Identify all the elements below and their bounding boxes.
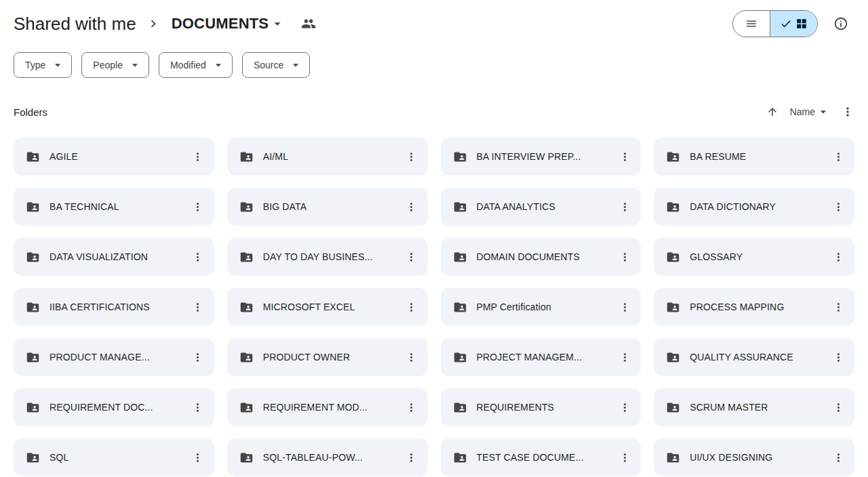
folder-card[interactable]: SQL — [14, 438, 214, 476]
folder-card[interactable]: REQUIREMENTS — [441, 388, 642, 426]
folder-card[interactable]: PMP Certification — [441, 288, 642, 326]
folder-name: TEST CASE DOCUME... — [477, 452, 613, 463]
folder-name: BA RESUME — [690, 151, 826, 162]
more-vert-icon — [618, 451, 631, 464]
sort-controls: Name — [762, 101, 859, 123]
more-vert-icon — [832, 301, 845, 314]
folder-card[interactable]: PRODUCT OWNER — [227, 338, 428, 376]
folder-menu-button[interactable] — [826, 144, 850, 169]
more-vert-icon — [191, 451, 204, 464]
more-vert-icon — [618, 301, 631, 314]
folder-menu-button[interactable] — [186, 144, 210, 169]
folder-card[interactable]: BA TECHNICAL — [14, 188, 214, 226]
shared-folder-icon — [26, 150, 40, 164]
grid-view-button[interactable] — [770, 11, 817, 37]
folders-grid: AGILE AI/ML BA INTERVIEW PREP... BA RESU… — [0, 138, 868, 476]
folder-menu-button[interactable] — [612, 194, 637, 219]
folder-card[interactable]: REQUIREMENT DOC... — [14, 388, 214, 426]
folder-card[interactable]: SQL-TABLEAU-POW... — [227, 438, 428, 476]
folder-menu-button[interactable] — [826, 245, 850, 269]
arrow-up-icon — [766, 106, 778, 118]
list-view-icon — [745, 18, 757, 30]
more-vert-icon — [405, 451, 418, 464]
folder-card[interactable]: AGILE — [14, 138, 214, 175]
folder-card[interactable]: PROCESS MAPPING — [654, 288, 854, 326]
folder-menu-button[interactable] — [186, 445, 210, 470]
shared-folder-icon — [26, 400, 40, 415]
folder-card[interactable]: MICROSOFT EXCEL — [227, 288, 428, 326]
folder-card[interactable]: DATA ANALYTICS — [441, 188, 642, 226]
folder-card[interactable]: PRODUCT MANAGE... — [14, 338, 214, 376]
filter-chip[interactable]: Modified — [159, 52, 233, 78]
current-folder-button[interactable]: DOCUMENTS — [167, 12, 290, 35]
more-vert-icon — [405, 401, 418, 414]
folder-card[interactable]: BA RESUME — [654, 138, 854, 175]
chevron-down-icon — [212, 58, 225, 72]
folder-menu-button[interactable] — [612, 245, 637, 269]
chevron-right-icon — [146, 16, 161, 31]
folder-menu-button[interactable] — [186, 295, 210, 319]
more-vert-icon — [405, 301, 418, 314]
breadcrumb-shared-with-me[interactable]: Shared with me — [14, 12, 139, 36]
more-vert-icon — [191, 401, 204, 414]
folder-card[interactable]: GLOSSARY — [654, 238, 854, 276]
more-vert-icon — [832, 251, 845, 264]
folder-card[interactable]: QUALITY ASSURANCE — [654, 338, 854, 376]
folder-menu-button[interactable] — [826, 194, 850, 219]
shared-folder-icon — [453, 300, 467, 314]
folder-menu-button[interactable] — [826, 345, 850, 369]
folder-menu-button[interactable] — [612, 144, 637, 169]
shared-folder-icon — [26, 250, 40, 264]
current-folder-name: DOCUMENTS — [172, 15, 269, 33]
sort-by-button[interactable]: Name — [789, 102, 831, 121]
folder-card[interactable]: DAY TO DAY BUSINES... — [227, 238, 428, 276]
folder-menu-button[interactable] — [399, 194, 424, 219]
more-options-button[interactable] — [837, 101, 859, 123]
folder-menu-button[interactable] — [399, 445, 424, 470]
folder-menu-button[interactable] — [612, 395, 637, 419]
sort-direction-button[interactable] — [762, 101, 783, 123]
shared-folder-icon — [26, 350, 40, 365]
folder-menu-button[interactable] — [826, 295, 850, 319]
folder-menu-button[interactable] — [612, 445, 637, 470]
info-button[interactable] — [827, 10, 854, 37]
folder-name: AGILE — [50, 151, 186, 162]
more-vert-icon — [191, 351, 204, 364]
folder-card[interactable]: DATA DICTIONARY — [654, 188, 854, 226]
folder-card[interactable]: TEST CASE DOCUME... — [441, 438, 642, 476]
folder-menu-button[interactable] — [399, 144, 424, 169]
folder-card[interactable]: BA INTERVIEW PREP... — [441, 138, 642, 175]
folder-menu-button[interactable] — [186, 395, 210, 419]
shared-folder-icon — [666, 451, 680, 465]
folder-card[interactable]: DATA VISUALIZATION — [14, 238, 214, 276]
folder-card[interactable]: BIG DATA — [227, 188, 428, 226]
folder-menu-button[interactable] — [186, 245, 210, 269]
filter-chip[interactable]: People — [81, 52, 149, 78]
folder-menu-button[interactable] — [399, 245, 424, 269]
folder-card[interactable]: AI/ML — [227, 138, 428, 175]
folder-menu-button[interactable] — [399, 345, 424, 369]
folder-menu-button[interactable] — [186, 345, 210, 369]
folder-card[interactable]: PROJECT MANAGEM... — [441, 338, 642, 376]
folder-menu-button[interactable] — [612, 295, 637, 319]
folder-menu-button[interactable] — [399, 395, 424, 419]
filter-chip[interactable]: Type — [14, 52, 72, 78]
folder-menu-button[interactable] — [186, 194, 210, 219]
folder-menu-button[interactable] — [826, 395, 850, 419]
folder-menu-button[interactable] — [826, 445, 850, 470]
more-vert-icon — [832, 451, 845, 464]
shared-folder-icon — [239, 451, 254, 465]
folder-menu-button[interactable] — [399, 295, 424, 319]
folder-card[interactable]: DOMAIN DOCUMENTS — [441, 238, 642, 276]
folder-card[interactable]: UI/UX DESIGNING — [654, 438, 854, 476]
folder-card[interactable]: REQUIREMENT MOD... — [227, 388, 428, 426]
folder-name: SCRUM MASTER — [690, 402, 826, 413]
check-icon — [780, 18, 792, 30]
folder-card[interactable]: SCRUM MASTER — [654, 388, 854, 426]
folder-card[interactable]: IIBA CERTIFICATIONS — [14, 288, 214, 326]
filter-chip[interactable]: Source — [242, 52, 310, 78]
list-view-button[interactable] — [733, 11, 770, 37]
more-vert-icon — [405, 150, 418, 163]
folder-menu-button[interactable] — [612, 345, 637, 369]
folder-name: QUALITY ASSURANCE — [690, 352, 826, 362]
